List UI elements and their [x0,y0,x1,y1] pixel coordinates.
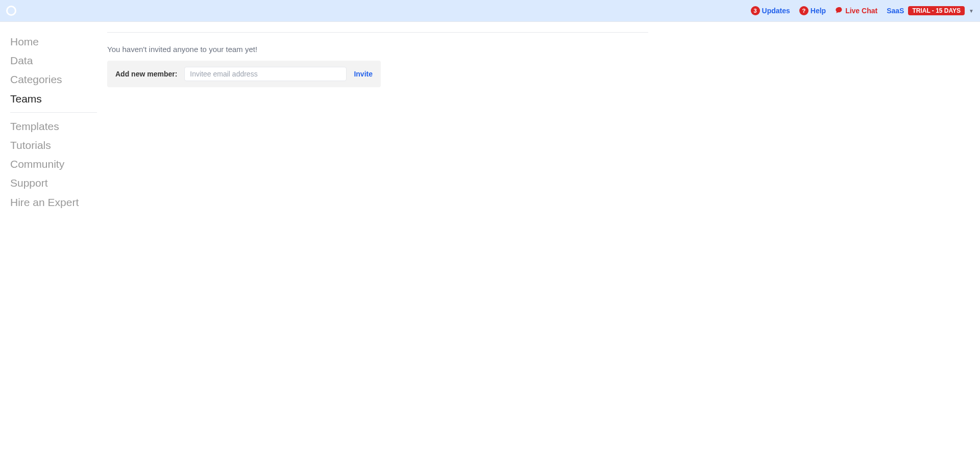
chat-icon [835,6,843,16]
sidebar-item-categories[interactable]: Categories [10,70,107,89]
invitee-email-input[interactable] [184,67,347,81]
sidebar-item-hire-expert[interactable]: Hire an Expert [10,193,107,212]
updates-count-badge: 3 [751,6,760,15]
topbar-right: 3 Updates ? Help Live Chat SaaS TRIAL - … [751,6,974,16]
live-chat-label: Live Chat [845,7,877,15]
trial-badge: TRIAL - 15 DAYS [908,6,965,15]
section-divider [107,32,648,33]
chevron-down-icon: ▼ [969,8,974,14]
help-link[interactable]: ? Help [799,6,826,15]
sidebar-item-support[interactable]: Support [10,173,107,192]
sidebar-item-community[interactable]: Community [10,155,107,173]
plan-label: SaaS [887,7,904,15]
updates-label: Updates [762,7,790,15]
topbar: 3 Updates ? Help Live Chat SaaS TRIAL - … [0,0,980,22]
main-content: You haven't invited anyone to your team … [107,22,669,222]
topbar-left [6,6,16,16]
help-icon: ? [799,6,808,15]
team-empty-message: You haven't invited anyone to your team … [107,45,648,54]
live-chat-link[interactable]: Live Chat [835,6,877,16]
sidebar-divider [10,112,97,113]
account-menu[interactable]: SaaS TRIAL - 15 DAYS ▼ [887,6,974,15]
help-label: Help [811,7,826,15]
sidebar: Home Data Categories Teams Templates Tut… [0,22,107,222]
sidebar-item-teams[interactable]: Teams [10,89,107,108]
sidebar-item-templates[interactable]: Templates [10,117,107,136]
sidebar-item-data[interactable]: Data [10,51,107,70]
invite-button[interactable]: Invite [354,70,373,78]
logo-icon[interactable] [6,6,16,16]
updates-link[interactable]: 3 Updates [751,6,790,15]
sidebar-item-tutorials[interactable]: Tutorials [10,136,107,155]
invite-member-box: Add new member: Invite [107,61,381,87]
invite-label: Add new member: [115,70,177,78]
sidebar-item-home[interactable]: Home [10,32,107,51]
